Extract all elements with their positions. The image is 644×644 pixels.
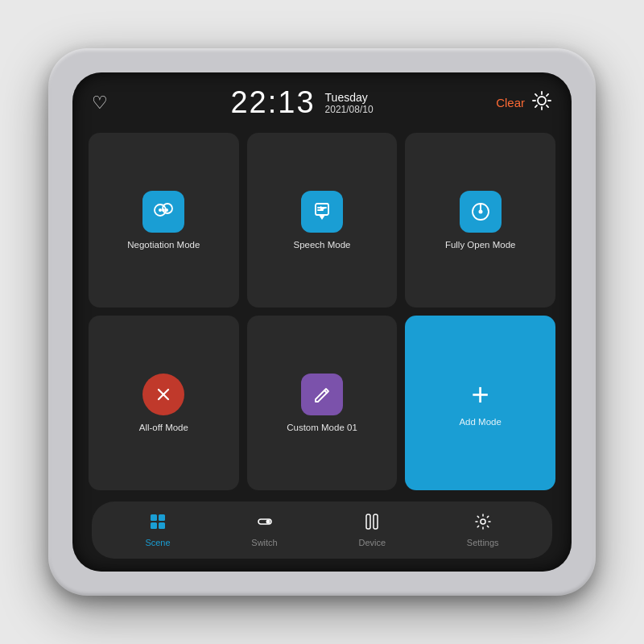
- screen-container: ♡ 22:13 Tuesday 2021/08/10 Clear: [72, 72, 572, 572]
- add-mode-plus-icon: +: [472, 379, 489, 410]
- svg-rect-32: [374, 514, 378, 529]
- fully-open-mode-label: Fully Open Mode: [445, 239, 516, 251]
- custom-mode-tile[interactable]: Custom Mode 01: [247, 316, 398, 490]
- svg-point-33: [481, 519, 485, 524]
- all-off-mode-label: All-off Mode: [139, 422, 188, 434]
- svg-rect-27: [151, 522, 157, 529]
- svg-point-10: [163, 204, 172, 213]
- weather-block: Clear: [496, 90, 552, 116]
- status-header: ♡ 22:13 Tuesday 2021/08/10 Clear: [89, 85, 555, 120]
- date-string: 2021/08/10: [325, 104, 374, 115]
- device-frame: ♡ 22:13 Tuesday 2021/08/10 Clear: [48, 48, 596, 596]
- svg-point-21: [478, 210, 482, 214]
- custom-mode-icon: [301, 374, 343, 415]
- negotiation-mode-icon: [142, 191, 184, 233]
- fully-open-mode-icon: [460, 191, 502, 233]
- svg-line-6: [547, 105, 548, 106]
- add-mode-tile[interactable]: + Add Mode: [405, 316, 555, 490]
- main-screen: ♡ 22:13 Tuesday 2021/08/10 Clear: [72, 72, 572, 572]
- clock-display: 22:13: [230, 85, 315, 120]
- svg-point-13: [165, 208, 168, 212]
- svg-point-12: [162, 208, 165, 212]
- svg-line-8: [535, 105, 537, 106]
- switch-icon: [256, 513, 274, 535]
- svg-marker-15: [319, 215, 325, 220]
- device-icon: [363, 513, 381, 535]
- custom-mode-label: Custom Mode 01: [287, 422, 357, 434]
- settings-icon: [474, 513, 492, 535]
- svg-line-7: [547, 93, 548, 95]
- settings-label: Settings: [467, 538, 499, 547]
- all-off-mode-icon: [142, 374, 184, 415]
- svg-rect-28: [159, 522, 165, 529]
- svg-line-5: [535, 93, 537, 95]
- weather-label: Clear: [496, 96, 525, 109]
- switch-label: Switch: [251, 538, 277, 547]
- date-block: Tuesday 2021/08/10: [325, 91, 374, 115]
- nav-device[interactable]: Device: [349, 510, 395, 551]
- svg-point-30: [266, 520, 270, 524]
- speech-mode-tile[interactable]: Speech Mode: [247, 133, 398, 308]
- nav-switch[interactable]: Switch: [242, 510, 287, 551]
- svg-point-11: [159, 208, 162, 212]
- svg-rect-31: [366, 514, 370, 529]
- fully-open-mode-tile[interactable]: Fully Open Mode: [405, 133, 555, 308]
- speech-mode-icon: [301, 191, 343, 233]
- day-name: Tuesday: [325, 91, 374, 104]
- svg-line-24: [324, 390, 327, 393]
- nav-scene[interactable]: Scene: [135, 510, 180, 551]
- all-off-mode-tile[interactable]: All-off Mode: [89, 316, 239, 490]
- scene-label: Scene: [145, 538, 170, 547]
- device-label: Device: [358, 538, 386, 547]
- add-mode-label: Add Mode: [459, 416, 501, 428]
- sun-icon: [531, 90, 552, 116]
- speech-mode-label: Speech Mode: [294, 239, 351, 251]
- mode-grid: Negotiation Mode Speech: [89, 133, 555, 490]
- svg-rect-25: [151, 514, 157, 521]
- bottom-navigation: Scene Switch: [92, 502, 552, 559]
- scene-icon: [149, 513, 167, 535]
- negotiation-mode-tile[interactable]: Negotiation Mode: [89, 133, 239, 308]
- heart-icon: ♡: [92, 94, 108, 112]
- negotiation-mode-label: Negotiation Mode: [127, 239, 200, 251]
- svg-rect-26: [159, 514, 165, 521]
- svg-point-0: [538, 97, 546, 105]
- time-block: 22:13 Tuesday 2021/08/10: [230, 85, 373, 120]
- nav-settings[interactable]: Settings: [457, 510, 509, 551]
